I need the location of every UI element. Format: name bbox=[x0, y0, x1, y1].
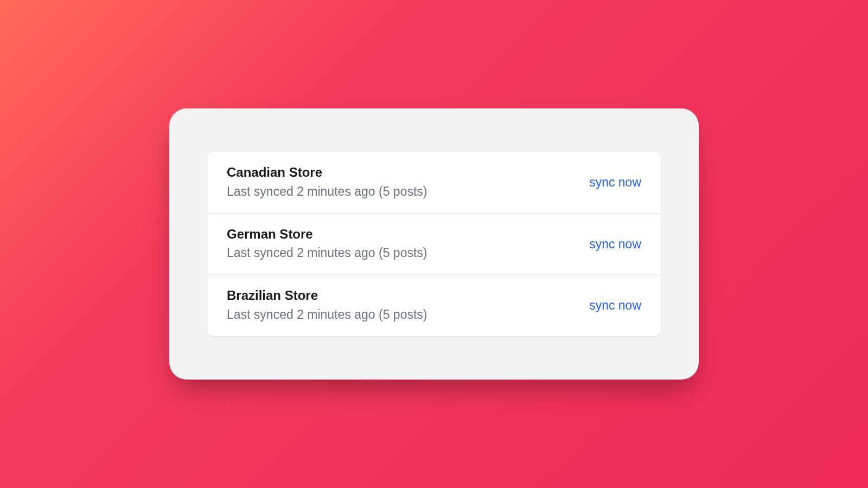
sync-now-link[interactable]: sync now bbox=[589, 298, 641, 313]
store-sync-status: Last synced 2 minutes ago (5 posts) bbox=[227, 307, 427, 323]
panel-container: Canadian Store Last synced 2 minutes ago… bbox=[169, 108, 699, 380]
store-row: Canadian Store Last synced 2 minutes ago… bbox=[207, 152, 661, 214]
store-sync-status: Last synced 2 minutes ago (5 posts) bbox=[227, 184, 427, 200]
store-name: German Store bbox=[227, 227, 427, 242]
store-name: Canadian Store bbox=[227, 165, 427, 181]
store-list-card: Canadian Store Last synced 2 minutes ago… bbox=[207, 152, 661, 336]
store-row: Brazilian Store Last synced 2 minutes ag… bbox=[207, 275, 661, 336]
store-sync-status: Last synced 2 minutes ago (5 posts) bbox=[227, 245, 427, 261]
sync-now-link[interactable]: sync now bbox=[589, 237, 641, 252]
store-row: German Store Last synced 2 minutes ago (… bbox=[207, 214, 661, 275]
sync-now-link[interactable]: sync now bbox=[589, 175, 641, 190]
store-info: German Store Last synced 2 minutes ago (… bbox=[227, 227, 427, 262]
store-info: Canadian Store Last synced 2 minutes ago… bbox=[227, 165, 427, 200]
store-info: Brazilian Store Last synced 2 minutes ag… bbox=[227, 288, 427, 323]
store-name: Brazilian Store bbox=[227, 288, 427, 304]
